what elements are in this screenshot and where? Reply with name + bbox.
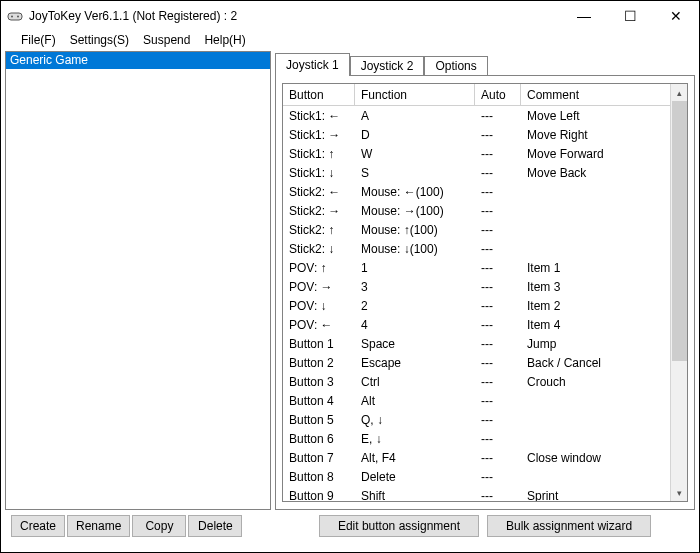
content-area: Generic Game Joystick 1 Joystick 2 Optio… bbox=[1, 51, 699, 510]
table-row[interactable]: Stick2: ←Mouse: ←(100)--- bbox=[283, 182, 670, 201]
close-button[interactable]: ✕ bbox=[653, 1, 699, 31]
profile-item-selected[interactable]: Generic Game bbox=[6, 52, 270, 69]
table-row[interactable]: Stick1: ←A---Move Left bbox=[283, 106, 670, 125]
table-row[interactable]: Stick2: ↑Mouse: ↑(100)--- bbox=[283, 220, 670, 239]
table-row[interactable]: POV: ↑1---Item 1 bbox=[283, 258, 670, 277]
table-row[interactable]: POV: ↓2---Item 2 bbox=[283, 296, 670, 315]
header-auto[interactable]: Auto bbox=[475, 84, 521, 105]
header-function[interactable]: Function bbox=[355, 84, 475, 105]
table-row[interactable]: Button 7Alt, F4---Close window bbox=[283, 448, 670, 467]
table-row[interactable]: Stick2: →Mouse: →(100)--- bbox=[283, 201, 670, 220]
tab-joystick-2[interactable]: Joystick 2 bbox=[350, 56, 425, 75]
scroll-thumb[interactable] bbox=[672, 101, 687, 361]
table-row[interactable]: POV: ←4---Item 4 bbox=[283, 315, 670, 334]
table-row[interactable]: Stick1: →D---Move Right bbox=[283, 125, 670, 144]
tab-body: Button Function Auto Comment Stick1: ←A-… bbox=[275, 75, 695, 510]
table-row[interactable]: Stick1: ↑W---Move Forward bbox=[283, 144, 670, 163]
rename-button[interactable]: Rename bbox=[67, 515, 130, 537]
tab-joystick-1[interactable]: Joystick 1 bbox=[275, 53, 350, 76]
grid-headers: Button Function Auto Comment bbox=[283, 84, 670, 106]
table-row[interactable]: Button 8Delete--- bbox=[283, 467, 670, 486]
table-row[interactable]: Button 5Q, ↓--- bbox=[283, 410, 670, 429]
right-pane: Joystick 1 Joystick 2 Options Button Fun… bbox=[275, 51, 695, 510]
left-pane: Generic Game bbox=[5, 51, 271, 510]
grid-rows[interactable]: Stick1: ←A---Move LeftStick1: →D---Move … bbox=[283, 106, 670, 501]
tabs: Joystick 1 Joystick 2 Options bbox=[275, 51, 695, 75]
table-row[interactable]: Button 1Space---Jump bbox=[283, 334, 670, 353]
edit-assignment-button[interactable]: Edit button assignment bbox=[319, 515, 479, 537]
menu-settings[interactable]: Settings(S) bbox=[64, 32, 135, 48]
profile-list[interactable]: Generic Game bbox=[5, 51, 271, 510]
create-button[interactable]: Create bbox=[11, 515, 65, 537]
delete-button[interactable]: Delete bbox=[188, 515, 242, 537]
table-row[interactable]: Button 9Shift---Sprint bbox=[283, 486, 670, 501]
menu-suspend[interactable]: Suspend bbox=[137, 32, 196, 48]
scroll-down-icon[interactable]: ▾ bbox=[671, 484, 688, 501]
maximize-button[interactable]: ☐ bbox=[607, 1, 653, 31]
copy-button[interactable]: Copy bbox=[132, 515, 186, 537]
table-row[interactable]: Button 4Alt--- bbox=[283, 391, 670, 410]
bottom-bar: Create Rename Copy Delete Edit button as… bbox=[1, 510, 699, 544]
svg-point-1 bbox=[11, 16, 13, 18]
app-icon bbox=[7, 8, 23, 24]
assignment-grid: Button Function Auto Comment Stick1: ←A-… bbox=[282, 83, 688, 502]
tab-options[interactable]: Options bbox=[424, 56, 487, 75]
table-row[interactable]: Button 2Escape---Back / Cancel bbox=[283, 353, 670, 372]
table-row[interactable]: Button 6E, ↓--- bbox=[283, 429, 670, 448]
table-row[interactable]: Stick2: ↓Mouse: ↓(100)--- bbox=[283, 239, 670, 258]
menu-help[interactable]: Help(H) bbox=[198, 32, 251, 48]
header-comment[interactable]: Comment bbox=[521, 84, 670, 105]
titlebar: JoyToKey Ver6.1.1 (Not Registered) : 2 —… bbox=[1, 1, 699, 31]
vertical-scrollbar[interactable]: ▴ ▾ bbox=[670, 84, 687, 501]
minimize-button[interactable]: — bbox=[561, 1, 607, 31]
header-button[interactable]: Button bbox=[283, 84, 355, 105]
bulk-wizard-button[interactable]: Bulk assignment wizard bbox=[487, 515, 651, 537]
window-title: JoyToKey Ver6.1.1 (Not Registered) : 2 bbox=[29, 9, 237, 23]
svg-rect-0 bbox=[8, 13, 22, 20]
table-row[interactable]: POV: →3---Item 3 bbox=[283, 277, 670, 296]
menu-file[interactable]: File(F) bbox=[15, 32, 62, 48]
menubar: File(F) Settings(S) Suspend Help(H) bbox=[1, 31, 699, 51]
scroll-up-icon[interactable]: ▴ bbox=[671, 84, 688, 101]
svg-point-2 bbox=[17, 16, 19, 18]
table-row[interactable]: Button 3Ctrl---Crouch bbox=[283, 372, 670, 391]
table-row[interactable]: Stick1: ↓S---Move Back bbox=[283, 163, 670, 182]
app-window: JoyToKey Ver6.1.1 (Not Registered) : 2 —… bbox=[0, 0, 700, 553]
